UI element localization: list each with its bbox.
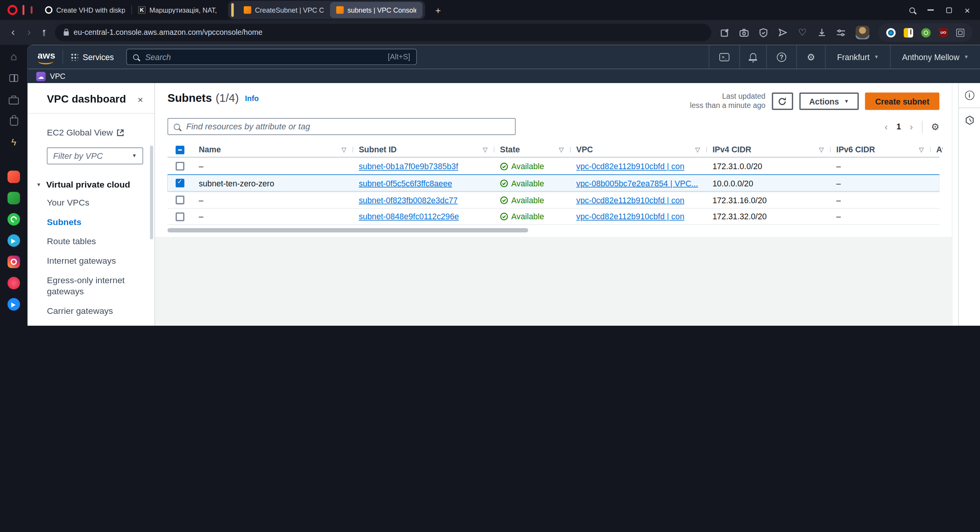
bookmark-heart-icon[interactable]: ♡ bbox=[797, 28, 807, 38]
table-row[interactable]: – subnet-0b1a7f0e9b7385b3f Available vpc… bbox=[168, 157, 939, 174]
whatsapp-icon[interactable] bbox=[7, 212, 21, 226]
vpn-shield-icon[interactable] bbox=[759, 28, 769, 38]
browser-search-icon[interactable] bbox=[910, 7, 915, 13]
workspace-indicator-icon[interactable] bbox=[31, 6, 33, 14]
resource-filter[interactable] bbox=[168, 118, 516, 135]
sort-icon[interactable]: ▽ bbox=[919, 146, 924, 153]
sidebar-item-internet-gateways[interactable]: Internet gateways bbox=[28, 251, 154, 270]
reading-list-icon[interactable] bbox=[7, 71, 21, 85]
row-checkbox[interactable] bbox=[176, 212, 185, 221]
sidebar-item-ec2-global-view[interactable]: EC2 Global View bbox=[28, 124, 154, 141]
info-panel-icon[interactable]: i bbox=[965, 91, 974, 100]
vpc-link[interactable]: vpc-0cd82e112b910cbfd | con bbox=[576, 212, 684, 221]
section-virtual-private-cloud[interactable]: ▼ Virtual private cloud bbox=[28, 173, 154, 193]
instagram-icon[interactable] bbox=[7, 255, 21, 269]
panel-scrollbar[interactable]: ˇ bbox=[952, 83, 958, 326]
back-button[interactable]: ‹ bbox=[5, 26, 21, 39]
notifications-hex-icon[interactable] bbox=[965, 116, 974, 125]
maximize-button[interactable] bbox=[946, 7, 952, 13]
sidebar-item-subnets[interactable]: Subnets bbox=[28, 212, 154, 232]
filter-by-vpc-select[interactable]: Filter by VPC ▼ bbox=[47, 147, 143, 164]
notifications-bell-button[interactable] bbox=[739, 45, 766, 69]
minimize-button[interactable] bbox=[928, 9, 934, 10]
app-icon-play[interactable] bbox=[7, 297, 21, 311]
region-selector[interactable]: Frankfurt ▼ bbox=[825, 45, 890, 69]
search-input[interactable] bbox=[144, 52, 383, 62]
app-icon-pink[interactable] bbox=[7, 276, 21, 290]
workspace-indicator-icon[interactable] bbox=[23, 5, 24, 15]
profile-avatar[interactable] bbox=[856, 26, 869, 39]
my-flow-icon[interactable] bbox=[778, 28, 788, 38]
sort-icon[interactable]: ▽ bbox=[695, 146, 700, 153]
vpc-link[interactable]: vpc-0cd82e112b910cbfd | con bbox=[576, 162, 684, 171]
sidenav-scrollbar[interactable] bbox=[150, 145, 153, 239]
filter-input[interactable] bbox=[185, 121, 509, 132]
tab-routing-nat-vpn[interactable]: K Маршрутизація, NAT, VPN bbox=[132, 2, 224, 18]
select-all-checkbox[interactable] bbox=[176, 145, 185, 154]
help-button[interactable]: ? bbox=[766, 45, 796, 69]
sidebar-item-dhcp-option-sets[interactable]: DHCP option sets bbox=[28, 321, 154, 326]
cloudshell-button[interactable]: >_ bbox=[709, 45, 739, 69]
tab-group-color-bar[interactable] bbox=[231, 3, 234, 17]
table-row[interactable]: – subnet-0848e9fc0112c296e Available vpc… bbox=[168, 208, 939, 225]
console-search[interactable]: [Alt+S] bbox=[126, 49, 417, 65]
close-button[interactable]: × bbox=[965, 5, 970, 15]
lightning-icon[interactable]: ϟ bbox=[7, 135, 21, 149]
new-tab-button[interactable]: + bbox=[431, 3, 445, 17]
row-checkbox[interactable] bbox=[176, 179, 185, 188]
tune-settings-icon[interactable] bbox=[836, 28, 846, 38]
sort-icon[interactable]: ▽ bbox=[341, 146, 346, 153]
telegram-icon[interactable] bbox=[7, 233, 21, 247]
subnet-id-link[interactable]: subnet-0f823fb0082e3dc77 bbox=[359, 195, 457, 204]
extension-key-icon[interactable] bbox=[921, 28, 930, 37]
close-icon[interactable]: × bbox=[138, 94, 143, 105]
reload-button[interactable] bbox=[43, 29, 45, 36]
create-subnet-button[interactable]: Create subnet bbox=[865, 93, 939, 110]
services-menu[interactable]: Services bbox=[71, 52, 114, 61]
shopping-bag-icon[interactable] bbox=[7, 114, 21, 127]
refresh-button[interactable] bbox=[772, 93, 793, 110]
app-icon-green[interactable] bbox=[7, 191, 21, 205]
sidebar-item-your-vpcs[interactable]: Your VPCs bbox=[28, 193, 154, 212]
favorite-vpc-link[interactable]: VPC bbox=[50, 72, 65, 81]
subnet-id-link[interactable]: subnet-0f5c5c6f3ffc8aeee bbox=[359, 178, 452, 188]
lock-icon[interactable] bbox=[64, 31, 69, 36]
opera-logo-icon[interactable] bbox=[8, 5, 18, 15]
downloads-icon[interactable] bbox=[817, 28, 827, 38]
address-bar[interactable]: eu-central-1.console.aws.amazon.com/vpcc… bbox=[55, 24, 711, 41]
vpc-link[interactable]: vpc-0cd82e112b910cbfd | con bbox=[576, 195, 684, 204]
current-page[interactable]: 1 bbox=[897, 122, 901, 131]
actions-button[interactable]: Actions ▼ bbox=[799, 93, 859, 110]
tab-subnets-active[interactable]: subnets | VPC Console bbox=[330, 2, 423, 18]
sort-icon[interactable]: ▽ bbox=[819, 146, 824, 153]
sort-icon[interactable]: ▽ bbox=[483, 146, 488, 153]
extension-cube-icon[interactable] bbox=[956, 28, 964, 36]
table-preferences-button[interactable]: ⚙ bbox=[931, 121, 939, 132]
prev-page-button[interactable]: ‹ bbox=[885, 121, 888, 132]
settings-button[interactable]: ⚙ bbox=[796, 45, 825, 69]
row-checkbox[interactable] bbox=[176, 196, 185, 204]
home-icon[interactable]: ⌂ bbox=[7, 50, 21, 64]
account-menu[interactable]: Anthony Mellow ▼ bbox=[890, 45, 980, 69]
table-row[interactable]: – subnet-0f823fb0082e3dc77 Available vpc… bbox=[168, 191, 939, 208]
horizontal-scrollbar[interactable] bbox=[168, 227, 939, 233]
vpc-link[interactable]: vpc-08b005bc7e2ea7854 | VPC... bbox=[576, 178, 698, 188]
subnet-id-link[interactable]: subnet-0b1a7f0e9b7385b3f bbox=[359, 162, 458, 171]
extension-lastpass-icon[interactable] bbox=[903, 28, 913, 37]
sort-icon[interactable]: ▽ bbox=[559, 146, 564, 153]
next-page-button[interactable]: › bbox=[910, 121, 913, 132]
aws-logo[interactable]: aws bbox=[38, 50, 55, 64]
info-link[interactable]: Info bbox=[245, 95, 259, 103]
workspace-briefcase-icon[interactable] bbox=[7, 93, 21, 106]
tab-create-vhd[interactable]: Create VHD with diskpart bbox=[39, 2, 131, 18]
row-checkbox[interactable] bbox=[176, 162, 185, 171]
extension-eye-icon[interactable] bbox=[886, 28, 895, 37]
sidebar-item-egress-only-igw[interactable]: Egress-only internet gateways bbox=[28, 270, 140, 301]
table-row-selected[interactable]: subnet-ten-zero-zero subnet-0f5c5c6f3ffc… bbox=[168, 175, 939, 191]
edit-page-icon[interactable] bbox=[720, 28, 730, 38]
app-icon-orange[interactable] bbox=[7, 170, 21, 184]
forward-button[interactable]: › bbox=[21, 26, 37, 39]
tab-create-subnet[interactable]: CreateSubnet | VPC Console bbox=[237, 2, 330, 18]
sidebar-item-route-tables[interactable]: Route tables bbox=[28, 232, 154, 251]
sidebar-item-carrier-gateways[interactable]: Carrier gateways bbox=[28, 301, 154, 320]
